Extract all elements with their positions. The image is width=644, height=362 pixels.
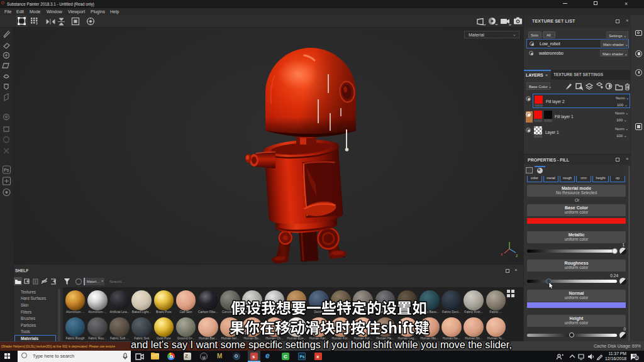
svg-text:x: x bbox=[501, 252, 503, 256]
svg-text:Ps: Ps bbox=[4, 168, 9, 172]
svg-text:z: z bbox=[516, 253, 518, 258]
